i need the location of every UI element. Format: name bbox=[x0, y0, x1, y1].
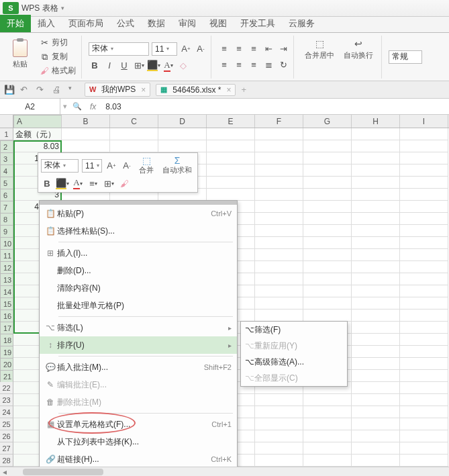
align-center-icon[interactable]: ≡ bbox=[233, 59, 245, 71]
select-all-corner[interactable] bbox=[0, 115, 13, 128]
cell[interactable] bbox=[352, 406, 400, 418]
cell[interactable] bbox=[352, 418, 400, 430]
cell[interactable] bbox=[303, 261, 352, 273]
context-menu-item[interactable]: 删除(D)... bbox=[40, 262, 237, 279]
cell[interactable] bbox=[352, 164, 400, 177]
context-menu-item[interactable]: 📋选择性粘贴(S)... bbox=[40, 222, 237, 240]
submenu-item[interactable]: ⌥高级筛选(A)... bbox=[241, 354, 347, 370]
align-right-icon[interactable]: ≡ bbox=[248, 59, 260, 71]
horizontal-scrollbar[interactable]: ◂ bbox=[0, 467, 449, 476]
align-left-icon[interactable]: ≡ bbox=[218, 59, 230, 71]
cell[interactable] bbox=[400, 310, 448, 322]
cell[interactable] bbox=[62, 128, 110, 140]
cell[interactable] bbox=[352, 285, 400, 297]
mini-fill-color-button[interactable]: ⬛▾ bbox=[56, 177, 68, 189]
cell[interactable] bbox=[400, 418, 448, 430]
mini-merge-button[interactable]: ⬚ 合并 bbox=[136, 156, 156, 175]
cell[interactable] bbox=[352, 177, 400, 189]
cell[interactable] bbox=[400, 213, 448, 225]
cell[interactable] bbox=[255, 394, 303, 406]
row-header[interactable]: 17 bbox=[0, 322, 13, 335]
cell[interactable] bbox=[352, 382, 400, 394]
redo-icon[interactable]: ↷ bbox=[36, 85, 47, 95]
cell[interactable] bbox=[352, 128, 400, 140]
mini-increase-font-icon[interactable]: A+ bbox=[105, 160, 117, 172]
cell[interactable] bbox=[352, 273, 400, 285]
cell[interactable] bbox=[400, 152, 448, 164]
column-header[interactable]: C bbox=[110, 115, 158, 128]
indent-increase-icon[interactable]: ⇥ bbox=[277, 43, 289, 55]
cell[interactable] bbox=[400, 261, 448, 273]
orientation-icon[interactable]: ↻ bbox=[277, 59, 289, 71]
font-size-select[interactable]: 11▾ bbox=[152, 42, 177, 56]
align-top-icon[interactable]: ≡ bbox=[218, 43, 230, 55]
context-menu-item[interactable]: ▦设置单元格格式(F)...Ctrl+1 bbox=[40, 416, 237, 433]
cell[interactable] bbox=[400, 430, 448, 442]
cell[interactable] bbox=[255, 177, 303, 189]
cell[interactable] bbox=[303, 418, 352, 430]
cell[interactable] bbox=[303, 201, 352, 213]
fx-label[interactable]: fx bbox=[85, 102, 101, 111]
cell[interactable] bbox=[110, 140, 158, 152]
cell[interactable] bbox=[255, 201, 303, 213]
row-header[interactable]: 26 bbox=[0, 430, 13, 442]
row-header[interactable]: 12 bbox=[0, 261, 13, 275]
cell[interactable] bbox=[352, 189, 400, 201]
cell[interactable] bbox=[207, 152, 255, 164]
cell[interactable] bbox=[303, 249, 352, 261]
scrollbar-thumb[interactable] bbox=[23, 469, 103, 475]
cell[interactable]: 8.03 bbox=[13, 140, 62, 152]
column-header[interactable]: E bbox=[207, 115, 255, 128]
row-header[interactable]: 10 bbox=[0, 237, 13, 250]
row-header[interactable]: 9 bbox=[0, 225, 13, 238]
print-icon[interactable]: 🖨 bbox=[52, 85, 63, 95]
underline-button[interactable]: U bbox=[118, 60, 130, 72]
close-tab-icon[interactable]: × bbox=[141, 85, 146, 95]
format-painter-button[interactable]: 🖌格式刷 bbox=[38, 64, 77, 77]
doc-tab-mywps[interactable]: W 我的WPS × bbox=[85, 83, 150, 97]
row-header[interactable]: 27 bbox=[0, 442, 13, 455]
context-menu-item[interactable]: 批量处理单元格(P) bbox=[40, 297, 237, 314]
cell[interactable] bbox=[303, 164, 352, 177]
cell[interactable] bbox=[400, 249, 448, 261]
tab-dev[interactable]: 开发工具 bbox=[234, 15, 282, 32]
save-icon[interactable]: 💾 bbox=[4, 85, 15, 95]
formula-value[interactable]: 8.03 bbox=[101, 102, 125, 111]
column-header[interactable]: B bbox=[62, 115, 110, 128]
row-header[interactable]: 6 bbox=[0, 189, 13, 202]
cell[interactable] bbox=[255, 249, 303, 261]
tab-start[interactable]: 开始 bbox=[0, 15, 31, 32]
submenu-item[interactable]: ⌥筛选(F) bbox=[241, 322, 347, 338]
cell[interactable] bbox=[207, 177, 255, 189]
cell[interactable] bbox=[110, 128, 158, 140]
cell[interactable] bbox=[352, 237, 400, 249]
cell[interactable] bbox=[303, 273, 352, 285]
mini-font-size[interactable]: 11▾ bbox=[82, 159, 102, 173]
tab-view[interactable]: 视图 bbox=[203, 15, 234, 32]
cell[interactable] bbox=[400, 177, 448, 189]
mini-decrease-font-icon[interactable]: A- bbox=[121, 160, 133, 172]
context-menu-item[interactable]: 📋粘贴(P)Ctrl+V bbox=[40, 205, 237, 222]
cell[interactable] bbox=[255, 430, 303, 442]
fx-search-icon[interactable]: 🔍 bbox=[70, 102, 85, 111]
cell[interactable] bbox=[400, 394, 448, 406]
row-header[interactable]: 15 bbox=[0, 297, 13, 311]
row-header[interactable]: 11 bbox=[0, 249, 13, 263]
cell[interactable] bbox=[352, 334, 400, 346]
new-tab-icon[interactable]: + bbox=[241, 85, 252, 95]
cell[interactable] bbox=[255, 140, 303, 152]
cell[interactable] bbox=[255, 128, 303, 140]
cell[interactable] bbox=[255, 285, 303, 297]
cell[interactable] bbox=[352, 140, 400, 152]
cell[interactable] bbox=[255, 310, 303, 322]
cell[interactable] bbox=[255, 273, 303, 285]
cell[interactable] bbox=[207, 164, 255, 177]
wrap-text-button[interactable]: ↩ 自动换行 bbox=[340, 36, 377, 79]
app-menu-dropdown-icon[interactable]: ▾ bbox=[61, 5, 64, 11]
cell[interactable] bbox=[352, 430, 400, 442]
cell[interactable] bbox=[352, 213, 400, 225]
name-box[interactable]: A2 bbox=[0, 99, 60, 114]
cell[interactable] bbox=[303, 455, 352, 467]
cell[interactable]: 金额（元） bbox=[13, 128, 62, 140]
cell[interactable] bbox=[303, 442, 352, 455]
